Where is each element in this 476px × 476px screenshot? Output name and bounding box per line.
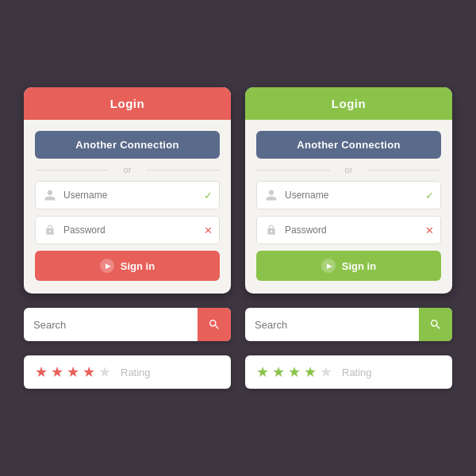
right-password-input[interactable] xyxy=(285,225,422,236)
left-search-bar xyxy=(24,308,231,341)
right-username-group: ✓ xyxy=(256,181,441,209)
left-login-card: Login Another Connection or ✓ xyxy=(24,87,231,294)
left-star-3[interactable]: ★ xyxy=(67,363,79,381)
right-rating-label: Rating xyxy=(342,367,372,378)
right-search-button[interactable] xyxy=(419,308,452,341)
left-password-group: ✕ xyxy=(35,216,220,244)
left-star-5[interactable]: ★ xyxy=(98,363,111,381)
left-connect-button[interactable]: Another Connection xyxy=(35,131,220,159)
left-rating-bar: ★ ★ ★ ★ ★ Rating xyxy=(24,355,231,389)
left-password-cross: ✕ xyxy=(204,225,213,236)
right-connect-button[interactable]: Another Connection xyxy=(256,131,441,159)
right-password-cross: ✕ xyxy=(425,225,434,236)
left-signin-label: Sign in xyxy=(121,260,155,272)
right-star-1[interactable]: ★ xyxy=(256,363,269,381)
main-container: Login Another Connection or ✓ xyxy=(0,63,476,413)
left-login-header: Login xyxy=(24,87,231,120)
right-or-divider: or xyxy=(256,165,441,175)
left-search-button[interactable] xyxy=(198,308,231,341)
left-rating-label: Rating xyxy=(121,367,151,378)
right-signin-label: Sign in xyxy=(342,260,376,272)
right-star-3[interactable]: ★ xyxy=(288,363,301,381)
left-search-input[interactable] xyxy=(24,319,198,331)
left-username-check: ✓ xyxy=(204,190,213,202)
right-login-card: Login Another Connection or ✓ xyxy=(245,87,452,294)
right-search-input[interactable] xyxy=(245,319,419,331)
left-search-icon xyxy=(208,318,221,331)
left-username-group: ✓ xyxy=(35,181,220,209)
right-username-check: ✓ xyxy=(425,190,434,202)
right-star-5[interactable]: ★ xyxy=(320,363,332,381)
right-search-icon xyxy=(429,318,442,331)
left-signin-button[interactable]: ▶ Sign in xyxy=(35,251,220,281)
left-star-1[interactable]: ★ xyxy=(35,363,48,381)
left-username-input[interactable] xyxy=(63,190,201,201)
right-play-icon: ▶ xyxy=(321,259,336,273)
right-star-2[interactable]: ★ xyxy=(272,363,285,381)
right-user-icon xyxy=(263,187,279,203)
left-password-input[interactable] xyxy=(63,225,201,236)
right-password-group: ✕ xyxy=(256,216,441,244)
right-username-input[interactable] xyxy=(285,190,422,201)
right-star-4[interactable]: ★ xyxy=(304,363,317,381)
left-play-icon: ▶ xyxy=(100,259,114,273)
left-user-icon xyxy=(42,187,58,203)
right-login-body: Another Connection or ✓ ✕ xyxy=(245,120,452,294)
left-star-2[interactable]: ★ xyxy=(51,363,63,381)
right-rating-bar: ★ ★ ★ ★ ★ Rating xyxy=(245,355,452,389)
right-signin-button[interactable]: ▶ Sign in xyxy=(256,251,441,281)
left-or-divider: or xyxy=(35,165,220,175)
left-star-4[interactable]: ★ xyxy=(83,363,95,381)
right-lock-icon xyxy=(263,222,279,238)
right-search-bar xyxy=(245,308,452,341)
left-login-body: Another Connection or ✓ ✕ xyxy=(24,120,231,294)
right-login-header: Login xyxy=(245,87,452,120)
left-lock-icon xyxy=(42,222,58,238)
